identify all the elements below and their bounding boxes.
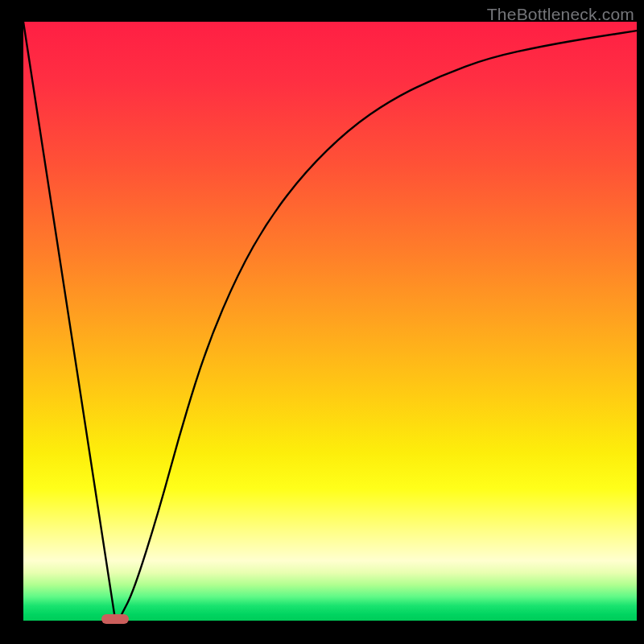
plot-area [23, 22, 637, 621]
bottleneck-curve [23, 22, 637, 621]
watermark-text: TheBottleneck.com [487, 5, 634, 24]
chart-frame: TheBottleneck.com [0, 0, 644, 644]
optimal-marker [101, 614, 129, 624]
